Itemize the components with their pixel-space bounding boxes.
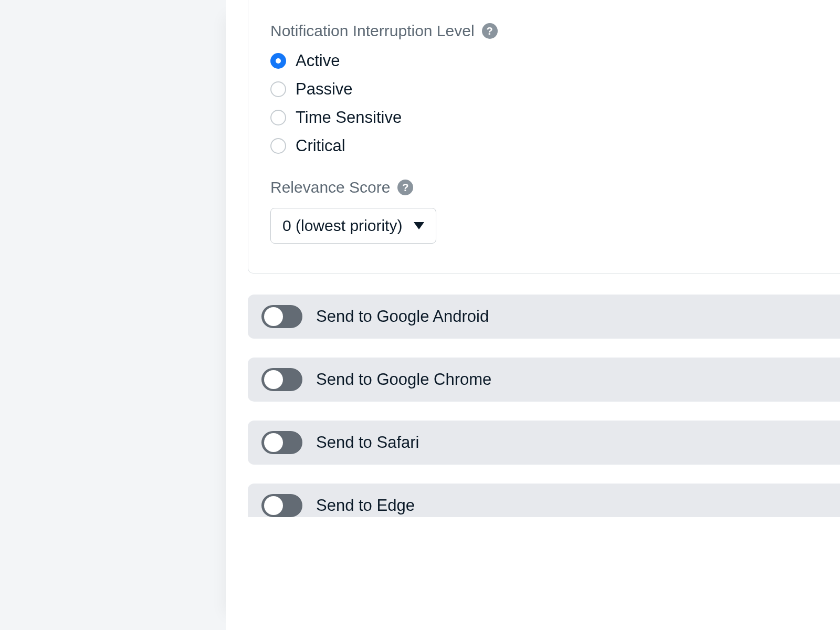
relevance-score-heading-text: Relevance Score (270, 178, 390, 196)
toggle-row-safari[interactable]: Send to Safari (248, 421, 840, 465)
radio-critical[interactable]: Critical (270, 136, 840, 155)
main-panel: Notification Interruption Level ? Active… (226, 0, 840, 630)
radio-label: Time Sensitive (296, 108, 402, 127)
toggle-label: Send to Google Android (316, 307, 489, 326)
radio-active[interactable]: Active (270, 51, 840, 70)
toggle-knob-icon (264, 370, 283, 389)
interruption-level-radio-group: Active Passive Time Sensitive Critical (270, 51, 840, 155)
toggle-switch[interactable] (261, 368, 302, 391)
toggle-knob-icon (264, 307, 283, 326)
toggle-knob-icon (264, 433, 283, 452)
radio-indicator-icon (270, 81, 286, 97)
toggle-row-google-android[interactable]: Send to Google Android (248, 295, 840, 339)
toggle-knob-icon (264, 496, 283, 515)
radio-label: Critical (296, 136, 345, 155)
radio-passive[interactable]: Passive (270, 80, 840, 99)
toggle-switch[interactable] (261, 494, 302, 517)
radio-indicator-icon (270, 53, 286, 69)
platform-toggle-list: Send to Google Android Send to Google Ch… (248, 295, 840, 517)
help-icon[interactable]: ? (482, 23, 498, 39)
help-icon[interactable]: ? (397, 180, 413, 195)
toggle-label: Send to Edge (316, 496, 415, 515)
radio-indicator-icon (270, 138, 286, 154)
relevance-score-heading: Relevance Score ? (270, 178, 840, 196)
toggle-label: Send to Google Chrome (316, 370, 491, 389)
toggle-row-edge[interactable]: Send to Edge (248, 484, 840, 517)
toggle-switch[interactable] (261, 431, 302, 454)
interruption-level-heading-text: Notification Interruption Level (270, 22, 475, 40)
notification-settings-card: Notification Interruption Level ? Active… (248, 0, 840, 274)
relevance-score-value: 0 (lowest priority) (282, 217, 402, 235)
relevance-score-select[interactable]: 0 (lowest priority) (270, 208, 436, 244)
radio-label: Active (296, 51, 340, 70)
chevron-down-icon (414, 222, 424, 229)
toggle-switch[interactable] (261, 305, 302, 328)
radio-label: Passive (296, 80, 353, 99)
toggle-label: Send to Safari (316, 433, 419, 452)
sidebar-spacer (0, 0, 226, 630)
interruption-level-heading: Notification Interruption Level ? (270, 22, 840, 40)
radio-indicator-icon (270, 110, 286, 125)
toggle-row-google-chrome[interactable]: Send to Google Chrome (248, 358, 840, 402)
radio-time-sensitive[interactable]: Time Sensitive (270, 108, 840, 127)
